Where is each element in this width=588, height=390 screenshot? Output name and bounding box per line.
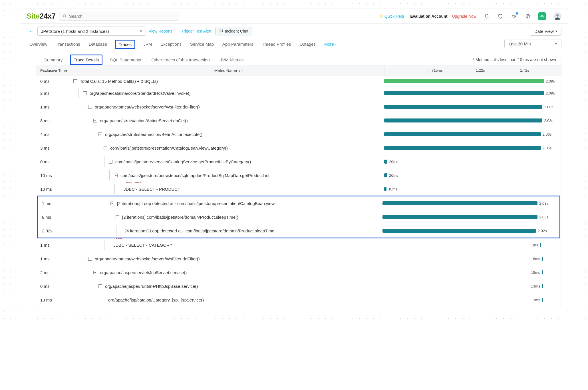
svg-point-7 (556, 14, 559, 17)
subtab-other-traces-of-this-transaction[interactable]: Other traces of this transaction (149, 54, 213, 65)
tab-outages[interactable]: Outages (299, 39, 316, 50)
collapse-toggle[interactable]: − (109, 160, 112, 164)
date-view-select[interactable]: Date View ▾ (530, 27, 561, 36)
bell-icon[interactable] (483, 13, 490, 20)
svg-point-2 (380, 15, 382, 17)
trace-row: 3 ms−com/ibatis/jpetstore/presentation/C… (36, 141, 561, 155)
timeline-cell: 2.06s (384, 130, 561, 138)
collapse-toggle[interactable]: − (93, 119, 97, 122)
timeline-cell: 10ms (384, 185, 561, 193)
quick-help-link[interactable]: Quick Help (380, 14, 404, 19)
tab-traces[interactable]: Traces (115, 40, 135, 49)
subtab-sql-statements[interactable]: SQL Statements (107, 54, 144, 65)
logo-green: Site (27, 12, 40, 20)
method-name: org/apache/struts/beanaction/BeanAction.… (105, 132, 202, 137)
subtab-jvm-metrics[interactable]: JVM Metrics (217, 54, 247, 65)
duration-label: 2.08s (544, 105, 553, 109)
exclusive-time: 10 ms (36, 185, 73, 193)
collapse-toggle[interactable]: − (83, 91, 87, 95)
exclusive-time: 10 ms (36, 171, 73, 180)
exclusive-time: 3 ms (36, 144, 73, 152)
tab-database[interactable]: Database (88, 39, 108, 50)
trace-row: 10 ms−com/ibatis/jpetstore/persistence/s… (36, 168, 561, 182)
help-icon[interactable] (524, 13, 531, 20)
duration-label: 2.02s (538, 229, 547, 233)
timeline-cell: 13ms (384, 296, 561, 304)
exclusive-time: 13 ms (36, 296, 73, 304)
method-name: [2 iterations] Loop detected at - com/ib… (117, 201, 275, 206)
collapse-toggle[interactable]: − (116, 215, 119, 219)
collapse-toggle[interactable]: − (88, 105, 92, 109)
duration-label: 13ms (531, 298, 540, 302)
method-cell: −org/apache/jasper/runtime/HttpJspBase.s… (73, 279, 384, 293)
exclusive-time: 8 ms (36, 116, 73, 125)
trace-row: 0 ms−org/apache/jasper/runtime/HttpJspBa… (36, 279, 561, 293)
time-range-select[interactable]: Last 30 Min ▾ (504, 39, 561, 48)
collapse-toggle[interactable]: − (98, 284, 102, 288)
back-arrow-icon[interactable]: ← (29, 28, 34, 34)
tab-thread-profiles[interactable]: Thread Profiles (261, 39, 291, 50)
collapse-toggle[interactable]: − (110, 202, 114, 205)
trace-row: 1 ms−[2 iterations] Loop detected at - c… (38, 196, 559, 210)
collapse-toggle[interactable]: − (114, 174, 118, 177)
collapse-toggle[interactable]: − (93, 271, 97, 274)
trigger-alert-link[interactable]: Trigger Test Alert (182, 29, 212, 33)
collapse-toggle[interactable]: − (73, 79, 77, 83)
method-cell: −org/apache/tomcat/websocket/server/WsFi… (73, 100, 384, 114)
incident-chat-button[interactable]: Incident Chat (216, 27, 252, 35)
duration-label: 2.08s (544, 118, 553, 123)
tab-jvm[interactable]: JVM (143, 39, 152, 50)
method-name: [4 iterations] Loop detected at - com/ib… (125, 228, 274, 233)
col-metric-header[interactable]: Metric Name ▴▾ (73, 65, 384, 76)
method-cell: −com/ibatis/jpetstore/presentation/Catal… (73, 141, 384, 155)
avatar[interactable] (553, 12, 561, 20)
method-name: org/apache/jasper/runtime/HttpJspBase.se… (105, 284, 198, 289)
threshold-note: * Method calls less than 10 ms are not s… (473, 57, 556, 62)
method-cell: −org/apache/struts/action/ActionServlet.… (73, 114, 384, 127)
view-reports-link[interactable]: View Reports (149, 29, 172, 33)
duration-bar (384, 187, 386, 191)
caret-down-icon: ▾ (555, 41, 557, 46)
duration-bar (540, 243, 541, 247)
tab-transactions[interactable]: Transactions (55, 39, 81, 50)
tab-more[interactable]: More ▾ (324, 39, 337, 50)
exclusive-time: 0 ms (36, 77, 73, 85)
trace-row: 10 msSQL-TraceJDBC - SELECT - PRODUCT10m… (36, 182, 561, 196)
exclusive-time: 8 ms (38, 213, 75, 221)
duration-bar (384, 173, 387, 177)
duration-bar (382, 215, 537, 219)
sort-icons[interactable]: ▴▾ (239, 69, 243, 73)
timeline-header: 715ms1.22s1.72s (384, 65, 561, 76)
method-cell: org/apache/jsp/catalog/Category_jsp._jsp… (73, 293, 384, 307)
collapse-toggle[interactable]: − (104, 146, 107, 150)
method-cell: −org/apache/catalina/core/StandardHostVa… (73, 86, 384, 100)
method-cell: [4 iterations] Loop detected at - com/ib… (75, 224, 382, 238)
megaphone-icon[interactable] (511, 13, 517, 20)
subtab-trace-details[interactable]: Trace Details (70, 55, 102, 65)
trace-row: 8 ms−org/apache/struts/action/ActionServ… (36, 114, 561, 127)
duration-label: 2.09s (546, 91, 555, 95)
collapse-toggle[interactable]: − (98, 132, 102, 136)
logo-dark: 24x7 (40, 12, 56, 20)
upgrade-link[interactable]: Upgrade Now (452, 14, 476, 19)
search-input[interactable] (69, 14, 175, 19)
bulb-icon (380, 14, 383, 18)
duration-bar (542, 298, 543, 302)
refer-button[interactable] (538, 12, 546, 20)
subtab-summary[interactable]: Summary (41, 54, 65, 65)
tab-exceptions[interactable]: Exceptions (160, 39, 182, 50)
host-select[interactable]: JPetStore (1 hosts and 2 instances) ▾ (37, 27, 146, 36)
account-label: Evaluation Account (410, 14, 447, 19)
search-box[interactable] (59, 12, 179, 21)
duration-label: 2.06s (543, 146, 552, 150)
tab-app-parameters[interactable]: App Parameters (222, 39, 254, 50)
tab-service-map[interactable]: Service Map (190, 39, 214, 50)
shield-icon[interactable] (497, 13, 504, 20)
duration-bar (384, 146, 541, 150)
collapse-toggle[interactable]: − (88, 257, 92, 261)
duration-bar (384, 79, 544, 83)
col-exclusive-header[interactable]: Exclusive Time (36, 65, 73, 76)
trace-row: 4 ms−org/apache/struts/beanaction/BeanAc… (36, 127, 561, 141)
tab-overview[interactable]: Overview (29, 39, 48, 50)
duration-label: 15ms (531, 270, 540, 275)
